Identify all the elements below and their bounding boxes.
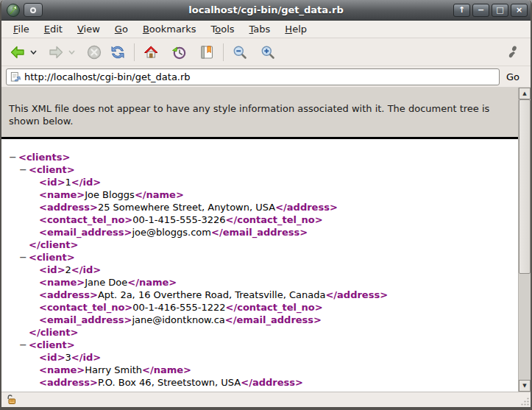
- titlebar-circle-button[interactable]: [24, 3, 43, 17]
- bookmarks-icon: [199, 44, 215, 60]
- zoom-in-button[interactable]: [258, 42, 278, 63]
- scrollbar-thumb[interactable]: [519, 99, 531, 274]
- bookmarks-button[interactable]: [196, 42, 217, 63]
- xml-tag: </address>: [241, 377, 303, 388]
- collapse-toggle[interactable]: −: [19, 251, 29, 264]
- window-maximize-button[interactable]: □: [492, 4, 508, 17]
- window-title: localhost/cgi-bin/get_data.rb: [1, 4, 531, 15]
- xml-tag: </name>: [135, 189, 184, 200]
- scroll-down-button[interactable]: ▼: [519, 380, 531, 392]
- xml-text: Apt. 2a, 16 Overthere Road, Treatsville,…: [98, 289, 326, 300]
- xml-tag: <address>: [39, 289, 98, 300]
- xml-tag: </id>: [71, 177, 101, 188]
- menu-tabs[interactable]: Tabs: [244, 21, 277, 37]
- stop-icon: [86, 44, 102, 60]
- menu-file[interactable]: File: [7, 21, 35, 37]
- xml-text: 1: [65, 177, 71, 188]
- url-input[interactable]: [24, 71, 496, 82]
- home-icon: [143, 44, 159, 60]
- menu-view[interactable]: View: [71, 21, 106, 37]
- xml-line: <address>P.O. Box 46, Streetstown, USA</…: [1, 376, 518, 389]
- collapse-toggle[interactable]: −: [19, 163, 29, 176]
- xml-tag: <email_address>: [39, 314, 132, 325]
- back-dropdown-button[interactable]: [28, 42, 38, 63]
- xml-line: <name>Jane Doe</name>: [1, 276, 518, 289]
- xml-tag: <address>: [39, 202, 98, 213]
- window-shade-button[interactable]: ↑: [453, 4, 470, 17]
- content-area: This XML file does not appear to have an…: [1, 88, 531, 392]
- menu-tools[interactable]: Tools: [205, 21, 241, 37]
- xml-line: −<client>: [1, 163, 518, 176]
- vertical-scrollbar[interactable]: ▲ ▼: [518, 88, 531, 392]
- xml-text: P.O. Box 46, Streetstown, USA: [98, 377, 241, 388]
- menu-bookmarks[interactable]: Bookmarks: [137, 21, 202, 37]
- addressbar: Go: [1, 66, 531, 88]
- scroll-up-button[interactable]: ▲: [519, 88, 531, 99]
- xml-line: <id>3</id>: [1, 351, 518, 364]
- toolbar: [1, 38, 531, 66]
- toolbar-separator: [134, 43, 135, 61]
- xml-tag: </address>: [275, 202, 338, 213]
- reload-icon: [110, 44, 126, 60]
- scroll-up-icon: ▲: [522, 91, 526, 96]
- forward-dropdown-button: [66, 42, 77, 63]
- url-field-container[interactable]: [6, 68, 500, 85]
- titlebar: localhost/cgi-bin/get_data.rb ↑ − □ ×: [1, 0, 531, 21]
- back-button[interactable]: [7, 42, 28, 63]
- xml-tag: <name>: [39, 364, 85, 375]
- xml-text: Harry Smith: [85, 364, 142, 375]
- forward-button: [46, 42, 66, 63]
- zoom-out-icon: [233, 45, 247, 60]
- home-button[interactable]: [141, 42, 161, 63]
- resize-grip-icon[interactable]: [520, 397, 530, 406]
- history-icon: [171, 44, 187, 60]
- xml-line: −<clients>: [1, 151, 518, 163]
- xml-line: </client>: [1, 326, 518, 339]
- xml-text: jane@idontknow.ca: [132, 314, 224, 325]
- chevron-down-icon: [68, 50, 75, 54]
- menu-help[interactable]: Help: [279, 21, 313, 37]
- xml-line: <id>2</id>: [1, 264, 518, 276]
- stop-button: [84, 42, 104, 63]
- xml-tag: <contact_tel_no>: [39, 302, 132, 313]
- xml-tag: <client>: [29, 339, 75, 350]
- zoom-out-button[interactable]: [230, 42, 250, 63]
- xml-tag: <id>: [39, 177, 65, 188]
- menubar: FileEditViewGoBookmarksToolsTabsHelp: [1, 21, 531, 38]
- epiphany-app-icon: [6, 3, 21, 18]
- xml-tag: </email_address>: [225, 314, 322, 325]
- window-controls: ↑ − □ ×: [453, 4, 528, 17]
- browser-window: localhost/cgi-bin/get_data.rb ↑ − □ × Fi…: [0, 0, 532, 410]
- menu-go[interactable]: Go: [109, 21, 134, 37]
- xml-line: <address>Apt. 2a, 16 Overthere Road, Tre…: [1, 289, 518, 301]
- xml-line: −<client>: [1, 339, 518, 351]
- xml-text: 2: [65, 264, 71, 275]
- xml-tag: <clients>: [18, 152, 70, 163]
- xml-line: <address>25 Somewhere Street, Anytown, U…: [1, 201, 518, 213]
- zoom-in-icon: [260, 45, 275, 60]
- gnome-foot-icon: [506, 45, 519, 60]
- forward-icon: [48, 44, 64, 60]
- xml-line: <contact_tel_no>00-1-416-555-1222</conta…: [1, 301, 518, 314]
- collapse-toggle[interactable]: −: [9, 151, 18, 163]
- xml-tag: </client>: [29, 239, 78, 250]
- xml-line: <contact_tel_no>00-1-415-555-3226</conta…: [1, 213, 518, 226]
- xml-tag: </id>: [71, 264, 101, 275]
- go-button[interactable]: Go: [500, 70, 526, 84]
- xml-line: </client>: [1, 238, 518, 251]
- collapse-toggle[interactable]: −: [19, 339, 29, 351]
- xml-tag: </name>: [142, 364, 191, 375]
- xml-tag: <id>: [39, 264, 65, 275]
- xml-tag: <email_address>: [39, 227, 132, 238]
- xml-line: <id>1</id>: [1, 176, 518, 188]
- menu-edit[interactable]: Edit: [38, 21, 68, 37]
- reload-button[interactable]: [107, 42, 128, 63]
- window-close-button[interactable]: ×: [511, 4, 528, 17]
- xml-line: <name>Joe Bloggs</name>: [1, 188, 518, 201]
- security-padlock-icon: [6, 394, 18, 406]
- xml-line: <name>Harry Smith</name>: [1, 364, 518, 376]
- history-button[interactable]: [169, 42, 189, 63]
- xml-line: −<client>: [1, 251, 518, 264]
- back-icon: [10, 44, 26, 60]
- window-minimize-button[interactable]: −: [472, 4, 489, 17]
